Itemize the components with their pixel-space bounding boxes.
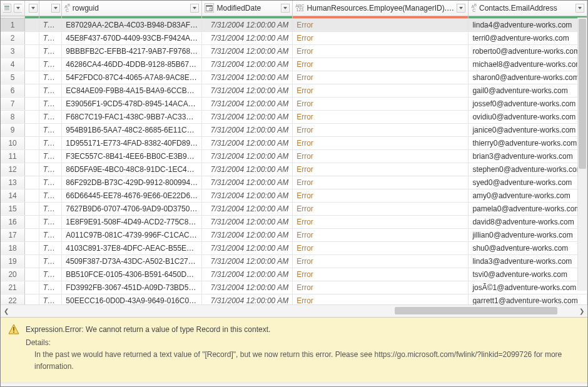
table-row[interactable]: 15TRUE7627B9D6-0707-4706-9AD9-0D37506B0.… bbox=[1, 202, 587, 215]
modifieddate-cell[interactable]: 7/31/2004 12:00:00 AM bbox=[202, 294, 293, 304]
scroll-right-arrow[interactable]: ❯ bbox=[576, 308, 587, 314]
title-column-menu[interactable] bbox=[457, 4, 465, 13]
rowguid-cell[interactable]: BB510FCE-0105-4306-B591-6450D9EBF4... bbox=[62, 268, 202, 281]
row-number-header[interactable] bbox=[1, 1, 25, 16]
row-number-cell[interactable]: 22 bbox=[1, 294, 25, 304]
flag-cell[interactable]: TRUE bbox=[39, 202, 62, 215]
table-row[interactable]: 13TRUE86F292DB-B73C-429D-9912-800994D80.… bbox=[1, 176, 587, 189]
title-cell[interactable]: Error bbox=[293, 97, 469, 110]
rowguid-cell[interactable]: 50EECC16-0D0D-43A9-9649-016C06DE8... bbox=[62, 294, 202, 304]
rowguid-cell[interactable]: 46286CA4-46DD-4DDB-9128-85B67E98D... bbox=[62, 58, 202, 71]
email-column-header[interactable]: ABC Contacts.EmailAddress bbox=[469, 1, 587, 16]
modifieddate-cell[interactable]: 7/31/2004 12:00:00 AM bbox=[202, 84, 293, 97]
rowguid-cell[interactable]: 86D5FA9E-4BC0-48C8-91DC-1EC467418... bbox=[62, 163, 202, 176]
email-column-menu[interactable] bbox=[575, 4, 584, 13]
email-cell[interactable]: shu0@adventure-works.com bbox=[469, 241, 587, 254]
edit-cell[interactable] bbox=[25, 215, 39, 228]
row-number-cell[interactable]: 19 bbox=[1, 254, 25, 268]
rowguid-cell[interactable]: F68C7C19-FAC1-438C-9BB7-AC33FCC34... bbox=[62, 110, 202, 123]
table-row[interactable]: 4TRUE46286CA4-46DD-4DDB-9128-85B67E98D..… bbox=[1, 58, 587, 71]
email-cell[interactable]: gail0@adventure-works.com bbox=[469, 84, 587, 97]
email-cell[interactable]: brian3@adventure-works.com bbox=[469, 149, 587, 163]
table-icon[interactable] bbox=[3, 4, 11, 13]
email-cell[interactable]: tsvi0@adventure-works.com bbox=[469, 268, 587, 281]
table-row[interactable]: 9TRUE954B91B6-5AA7-48C2-8685-6E11C6E5C..… bbox=[1, 123, 587, 136]
title-cell[interactable]: Error bbox=[293, 58, 469, 71]
edit-cell[interactable] bbox=[25, 31, 39, 44]
table-row[interactable]: 11TRUEF3EC557C-8B41-4EE6-BB0C-E3B93AFF81… bbox=[1, 149, 587, 163]
edit-cell[interactable] bbox=[25, 84, 39, 97]
edit-column-header[interactable] bbox=[25, 1, 39, 16]
title-cell[interactable]: Error bbox=[293, 71, 469, 84]
title-cell[interactable]: Error bbox=[293, 163, 469, 176]
modifieddate-cell[interactable]: 7/31/2004 12:00:00 AM bbox=[202, 44, 293, 58]
email-cell[interactable]: garrett1@adventure-works.com bbox=[469, 294, 587, 304]
flag-cell[interactable]: TRUE bbox=[39, 294, 62, 304]
modifieddate-cell[interactable]: 7/31/2004 12:00:00 AM bbox=[202, 31, 293, 44]
flag-cell[interactable]: TRUE bbox=[39, 31, 62, 44]
title-cell[interactable]: Error bbox=[293, 281, 469, 294]
horizontal-scroll-thumb[interactable] bbox=[395, 307, 557, 314]
flag-cell[interactable]: TRUE bbox=[39, 163, 62, 176]
row-header-menu[interactable] bbox=[14, 4, 22, 13]
row-number-cell[interactable]: 21 bbox=[1, 281, 25, 294]
table-row[interactable]: 21TRUEFD3992FB-3067-451D-A09D-73BD53C0F.… bbox=[1, 281, 587, 294]
email-cell[interactable]: roberto0@adventure-works.com bbox=[469, 44, 587, 58]
title-cell[interactable]: Error bbox=[293, 176, 469, 189]
modifieddate-cell[interactable]: 7/31/2004 12:00:00 AM bbox=[202, 268, 293, 281]
edit-cell[interactable] bbox=[25, 228, 39, 241]
email-cell[interactable]: ovidiu0@adventure-works.com bbox=[469, 110, 587, 123]
table-row[interactable]: 20TRUEBB510FCE-0105-4306-B591-6450D9EBF4… bbox=[1, 268, 587, 281]
email-cell[interactable]: amy0@adventure-works.com bbox=[469, 189, 587, 202]
email-cell[interactable]: janice0@adventure-works.com bbox=[469, 123, 587, 136]
rowguid-cell[interactable]: EC84AE09-F9B8-4A15-B4A9-6CCBAB919... bbox=[62, 84, 202, 97]
table-row[interactable]: 22TRUE50EECC16-0D0D-43A9-9649-016C06DE8.… bbox=[1, 294, 587, 304]
title-cell[interactable]: Error bbox=[293, 254, 469, 268]
edit-cell[interactable] bbox=[25, 44, 39, 58]
edit-cell[interactable] bbox=[25, 281, 39, 294]
modifieddate-cell[interactable]: 7/31/2004 12:00:00 AM bbox=[202, 241, 293, 254]
modifieddate-cell[interactable]: 7/31/2004 12:00:00 AM bbox=[202, 71, 293, 84]
flag-cell[interactable]: TRUE bbox=[39, 84, 62, 97]
flag-cell[interactable]: TRUE bbox=[39, 268, 62, 281]
row-number-cell[interactable]: 10 bbox=[1, 136, 25, 149]
edit-cell[interactable] bbox=[25, 189, 39, 202]
edit-cell[interactable] bbox=[25, 136, 39, 149]
row-number-cell[interactable]: 20 bbox=[1, 268, 25, 281]
table-row[interactable]: 1TRUEE87029AA-2CBA-4C03-B948-D83AF0313..… bbox=[1, 18, 587, 31]
row-number-cell[interactable]: 9 bbox=[1, 123, 25, 136]
title-cell[interactable]: Error bbox=[293, 18, 469, 31]
vertical-scroll-thumb[interactable] bbox=[579, 19, 586, 169]
title-cell[interactable]: Error bbox=[293, 189, 469, 202]
email-cell[interactable]: linda4@adventure-works.com bbox=[469, 18, 587, 31]
edit-cell[interactable] bbox=[25, 176, 39, 189]
row-number-cell[interactable]: 15 bbox=[1, 202, 25, 215]
modifieddate-cell[interactable]: 7/31/2004 12:00:00 AM bbox=[202, 97, 293, 110]
rowguid-cell[interactable]: 4509F387-D73A-43DC-A502-B1C27AA1D... bbox=[62, 254, 202, 268]
title-cell[interactable]: Error bbox=[293, 136, 469, 149]
edit-cell[interactable] bbox=[25, 254, 39, 268]
table-row[interactable]: 19TRUE4509F387-D73A-43DC-A502-B1C27AA1D.… bbox=[1, 254, 587, 268]
scroll-left-arrow[interactable]: ❮ bbox=[1, 308, 12, 314]
row-number-cell[interactable]: 5 bbox=[1, 71, 25, 84]
flag-cell[interactable]: TRUE bbox=[39, 176, 62, 189]
edit-cell[interactable] bbox=[25, 294, 39, 304]
edit-cell[interactable] bbox=[25, 97, 39, 110]
rowguid-column-header[interactable]: ABC rowguid bbox=[62, 1, 202, 16]
edit-column-menu[interactable] bbox=[29, 4, 38, 13]
title-cell[interactable]: Error bbox=[293, 202, 469, 215]
modifieddate-cell[interactable]: 7/31/2004 12:00:00 AM bbox=[202, 110, 293, 123]
modifieddate-cell[interactable]: 7/31/2004 12:00:00 AM bbox=[202, 149, 293, 163]
modifieddate-cell[interactable]: 7/31/2004 12:00:00 AM bbox=[202, 215, 293, 228]
flag-cell[interactable]: TRUE bbox=[39, 241, 62, 254]
flag-cell[interactable]: TRUE bbox=[39, 97, 62, 110]
email-cell[interactable]: josÃ©1@adventure-works.com bbox=[469, 281, 587, 294]
row-number-cell[interactable]: 3 bbox=[1, 44, 25, 58]
table-row[interactable]: 14TRUE66D66445-EE78-4676-9E66-0E22D6109A… bbox=[1, 189, 587, 202]
modifieddate-cell[interactable]: 7/31/2004 12:00:00 AM bbox=[202, 254, 293, 268]
modifieddate-cell[interactable]: 7/31/2004 12:00:00 AM bbox=[202, 176, 293, 189]
rowguid-cell[interactable]: 1E8F9E91-508F-4D49-ACD2-775C836030... bbox=[62, 215, 202, 228]
rowguid-cell[interactable]: 954B91B6-5AA7-48C2-8685-6E11C6E5C... bbox=[62, 123, 202, 136]
row-number-cell[interactable]: 18 bbox=[1, 241, 25, 254]
rowguid-cell[interactable]: 66D66445-EE78-4676-9E66-0E22D6109A... bbox=[62, 189, 202, 202]
